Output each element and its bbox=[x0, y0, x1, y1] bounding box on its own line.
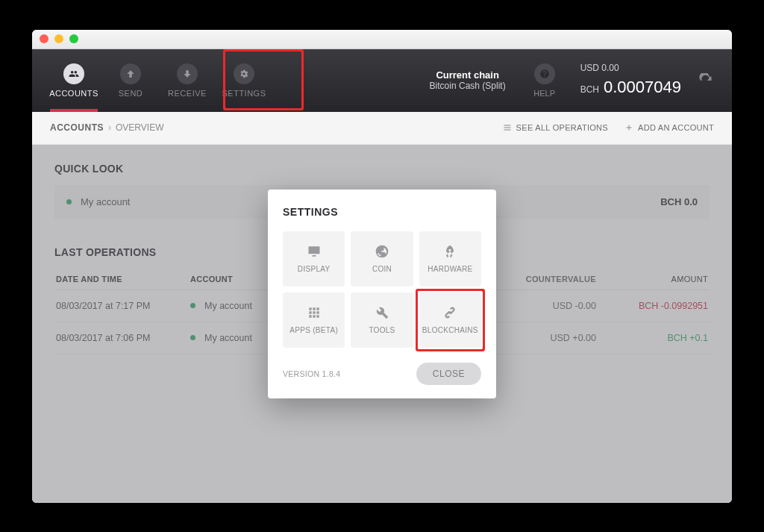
modal-footer: VERSION 1.8.4 CLOSE bbox=[283, 363, 481, 385]
users-icon bbox=[63, 63, 84, 84]
nav-label: HELP bbox=[533, 89, 555, 98]
tile-display[interactable]: DISPLAY bbox=[283, 231, 345, 287]
settings-modal: SETTINGS DISPLAY COIN HARDWARE bbox=[268, 190, 496, 398]
plus-icon bbox=[624, 123, 633, 132]
breadcrumb-leaf: OVERVIEW bbox=[116, 122, 163, 133]
tile-apps[interactable]: APPS (BETA) bbox=[283, 292, 345, 348]
chain-title: Current chain bbox=[430, 69, 506, 81]
nav-label: SETTINGS bbox=[222, 89, 266, 98]
tile-label: DISPLAY bbox=[298, 265, 331, 273]
bch-value: 0.0007049 bbox=[604, 78, 681, 96]
list-icon bbox=[503, 123, 512, 132]
main-content: QUICK LOOK My account BCH 0.0 LAST OPERA… bbox=[32, 145, 732, 503]
top-nav: ACCOUNTS SEND RECEIVE SETTINGS Current c… bbox=[32, 49, 732, 112]
nav-help[interactable]: HELP bbox=[522, 63, 567, 98]
chain-name: Bitcoin Cash (Split) bbox=[430, 81, 506, 91]
tile-tools[interactable]: TOOLS bbox=[351, 292, 413, 348]
settings-tiles: DISPLAY COIN HARDWARE APPS (BETA) bbox=[283, 231, 481, 348]
nav-label: SEND bbox=[119, 89, 143, 98]
monitor-icon bbox=[307, 244, 322, 259]
wrench-icon bbox=[375, 305, 389, 320]
nav-list: ACCOUNTS SEND RECEIVE SETTINGS bbox=[46, 49, 272, 112]
app-window: ACCOUNTS SEND RECEIVE SETTINGS Current c… bbox=[32, 30, 732, 503]
nav-send[interactable]: SEND bbox=[102, 49, 159, 112]
refresh-icon bbox=[698, 73, 713, 88]
nav-label: RECEIVE bbox=[168, 89, 207, 98]
breadcrumb-separator: › bbox=[108, 122, 111, 133]
tile-hardware[interactable]: HARDWARE bbox=[419, 231, 481, 287]
current-chain: Current chain Bitcoin Cash (Split) bbox=[419, 69, 516, 91]
tile-label: COIN bbox=[372, 265, 392, 273]
tile-label: TOOLS bbox=[369, 326, 395, 334]
window-close-icon[interactable] bbox=[40, 34, 48, 43]
add-account[interactable]: ADD AN ACCOUNT bbox=[624, 123, 714, 132]
window-minimize-icon[interactable] bbox=[54, 34, 63, 43]
rocket-icon bbox=[442, 244, 457, 259]
modal-title: SETTINGS bbox=[283, 206, 481, 218]
arrow-up-icon bbox=[120, 63, 141, 84]
version-label: VERSION 1.8.4 bbox=[283, 369, 340, 378]
window-zoom-icon[interactable] bbox=[69, 34, 78, 43]
nav-settings[interactable]: SETTINGS bbox=[216, 49, 272, 112]
grid-icon bbox=[307, 305, 322, 320]
nav-accounts[interactable]: ACCOUNTS bbox=[46, 49, 102, 112]
usd-label: USD bbox=[580, 63, 599, 73]
close-button[interactable]: CLOSE bbox=[416, 363, 481, 385]
add-account-label: ADD AN ACCOUNT bbox=[638, 123, 714, 132]
tile-label: APPS (BETA) bbox=[289, 326, 338, 334]
bch-label: BCH bbox=[580, 84, 599, 95]
balance-panel: USD 0.00 BCH0.0007049 bbox=[573, 61, 689, 99]
see-all-operations[interactable]: SEE ALL OPERATIONS bbox=[503, 123, 608, 132]
chain-icon bbox=[442, 305, 457, 320]
tile-coin[interactable]: COIN bbox=[351, 231, 413, 287]
window-titlebar bbox=[32, 30, 732, 49]
usd-value: 0.00 bbox=[601, 63, 619, 73]
tile-label: HARDWARE bbox=[428, 265, 472, 273]
refresh-button[interactable] bbox=[693, 68, 718, 93]
see-all-label: SEE ALL OPERATIONS bbox=[516, 123, 608, 132]
tile-label: BLOCKCHAINS bbox=[422, 326, 478, 334]
modal-overlay[interactable]: SETTINGS DISPLAY COIN HARDWARE bbox=[32, 145, 732, 503]
arrow-down-icon bbox=[177, 63, 198, 84]
globe-icon bbox=[375, 244, 389, 259]
gear-icon bbox=[234, 63, 254, 84]
breadcrumb-bar: ACCOUNTS › OVERVIEW SEE ALL OPERATIONS A… bbox=[32, 112, 732, 145]
tile-blockchains[interactable]: BLOCKCHAINS bbox=[419, 292, 481, 348]
question-icon bbox=[534, 63, 555, 84]
nav-label: ACCOUNTS bbox=[49, 89, 98, 98]
breadcrumb-root[interactable]: ACCOUNTS bbox=[50, 122, 104, 133]
nav-receive[interactable]: RECEIVE bbox=[159, 49, 216, 112]
